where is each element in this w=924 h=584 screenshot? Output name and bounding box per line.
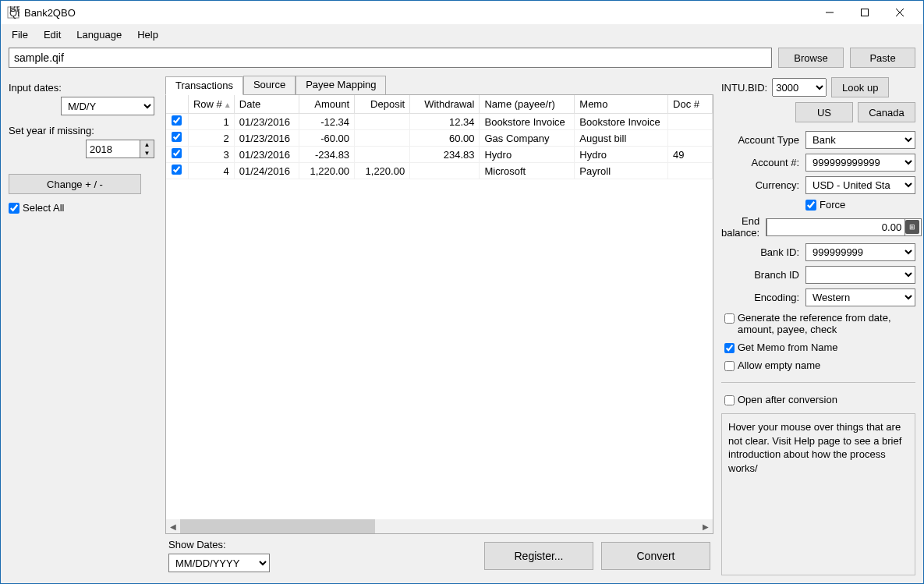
row-checkbox[interactable] (172, 132, 182, 142)
cell-date: 01/23/2016 (234, 114, 299, 130)
force-checkbox[interactable]: Force (805, 199, 845, 211)
row-checkbox[interactable] (172, 165, 182, 175)
cell-date: 01/23/2016 (234, 147, 299, 163)
intubid-label: INTU.BID: (721, 82, 767, 94)
account-num-combo[interactable]: 999999999999 (805, 154, 915, 172)
canada-button[interactable]: Canada (858, 102, 915, 122)
right-panel: INTU.BID: 3000 Look up US Canada Account… (717, 73, 923, 583)
us-button[interactable]: US (795, 102, 853, 122)
cell-row: 3 (188, 147, 234, 163)
browse-button[interactable]: Browse (778, 48, 844, 68)
horizontal-scrollbar[interactable]: ◀ ▶ (166, 519, 713, 533)
close-button[interactable] (882, 1, 917, 24)
cell-withdrawal: 12.34 (410, 114, 480, 130)
sort-asc-icon: ▲ (224, 101, 232, 109)
menu-edit[interactable]: Edit (36, 27, 69, 42)
cell-row: 4 (188, 163, 234, 179)
show-dates-label: Show Dates: (168, 539, 476, 550)
help-hint-box: Hover your mouse over things that are no… (721, 413, 915, 575)
account-num-label: Account #: (721, 157, 799, 168)
account-type-combo[interactable]: Bank (805, 131, 915, 149)
cell-withdrawal: 60.00 (410, 130, 480, 147)
table-row[interactable]: 301/23/2016-234.83234.83HydroHydro49 (166, 147, 713, 163)
register-button[interactable]: Register... (484, 542, 593, 570)
cell-doc: 49 (668, 147, 713, 163)
end-balance-label: End balance: (721, 215, 759, 239)
cell-name: Bookstore Invoice (480, 114, 575, 130)
table-row[interactable]: 101/23/2016-12.3412.34Bookstore InvoiceB… (166, 114, 713, 130)
change-sign-button[interactable]: Change + / - (9, 174, 141, 194)
bank-id-label: Bank ID: (721, 246, 799, 258)
menu-file[interactable]: File (4, 27, 36, 42)
generate-ref-checkbox[interactable]: Generate the reference from date, amount… (724, 312, 915, 335)
table-row[interactable]: 401/24/20161,220.001,220.00MicrosoftPayr… (166, 163, 713, 179)
scroll-right-icon[interactable]: ▶ (699, 519, 713, 533)
transactions-grid[interactable]: Row #▲ Date Amount Deposit Withdrawal Na… (166, 95, 713, 519)
col-name[interactable]: Name (payee/r) (480, 95, 575, 114)
row-checkbox[interactable] (172, 115, 182, 126)
app-icon: BnkQBO (7, 6, 19, 19)
file-path-input[interactable] (9, 48, 772, 68)
end-balance-input[interactable] (766, 218, 905, 236)
col-withdrawal[interactable]: Withdrawal (410, 95, 480, 114)
col-deposit[interactable]: Deposit (355, 95, 410, 114)
cell-amount: -12.34 (299, 114, 355, 130)
cell-withdrawal (410, 163, 480, 179)
table-row[interactable]: 201/23/2016-60.0060.00Gas CompanyAugust … (166, 130, 713, 147)
spin-up-icon[interactable]: ▲ (140, 140, 154, 149)
row-checkbox[interactable] (172, 148, 182, 158)
open-after-checkbox[interactable]: Open after conversion (724, 394, 915, 405)
cell-row: 2 (188, 130, 234, 147)
cell-name: Gas Company (480, 130, 575, 147)
cell-deposit: 1,220.00 (355, 163, 410, 179)
menu-help[interactable]: Help (129, 27, 166, 42)
select-all-checkbox[interactable]: Select All (9, 202, 154, 214)
cell-deposit (355, 147, 410, 163)
cell-doc (668, 130, 713, 147)
calculator-icon[interactable]: ⊞ (905, 220, 919, 234)
get-memo-checkbox[interactable]: Get Memo from Name (724, 342, 915, 353)
left-panel: Input dates: M/D/Y Set year if missing: … (1, 73, 162, 583)
cell-amount: -60.00 (299, 130, 355, 147)
intubid-combo[interactable]: 3000 (772, 78, 827, 97)
tab-payee-mapping[interactable]: Payee Mapping (296, 76, 386, 94)
convert-button[interactable]: Convert (601, 542, 710, 570)
branch-id-combo[interactable] (805, 266, 915, 284)
cell-deposit (355, 114, 410, 130)
cell-name: Microsoft (480, 163, 575, 179)
cell-doc (668, 114, 713, 130)
cell-withdrawal: 234.83 (410, 147, 480, 163)
col-doc[interactable]: Doc # (668, 95, 713, 114)
allow-empty-checkbox[interactable]: Allow empty name (724, 359, 915, 371)
svg-text:QBO: QBO (9, 7, 19, 19)
cell-memo: August bill (575, 130, 668, 147)
tab-transactions[interactable]: Transactions (165, 76, 243, 95)
currency-combo[interactable]: USD - United Sta (805, 176, 915, 194)
cell-date: 01/24/2016 (234, 163, 299, 179)
cell-deposit (355, 130, 410, 147)
col-amount[interactable]: Amount (299, 95, 355, 114)
maximize-button[interactable] (847, 1, 882, 24)
lookup-button[interactable]: Look up (831, 77, 889, 97)
encoding-combo[interactable]: Western (805, 288, 915, 306)
cell-amount: -234.83 (299, 147, 355, 163)
scroll-thumb[interactable] (180, 519, 375, 533)
bank-id-combo[interactable]: 999999999 (805, 243, 915, 261)
input-date-format-combo[interactable]: M/D/Y (61, 97, 154, 115)
col-date[interactable]: Date (234, 95, 299, 114)
col-row[interactable]: Row #▲ (188, 95, 234, 114)
cell-amount: 1,220.00 (299, 163, 355, 179)
scroll-left-icon[interactable]: ◀ (166, 519, 180, 533)
spin-down-icon[interactable]: ▼ (140, 149, 154, 158)
col-checkbox[interactable] (166, 95, 188, 114)
cell-doc (668, 163, 713, 179)
svg-rect-4 (861, 9, 868, 16)
show-dates-combo[interactable]: MM/DD/YYYY (168, 554, 270, 572)
paste-button[interactable]: Paste (850, 48, 915, 68)
col-memo[interactable]: Memo (575, 95, 668, 114)
tab-source[interactable]: Source (243, 76, 296, 94)
year-spinner[interactable]: ▲▼ (86, 140, 154, 158)
branch-id-label: Branch ID (721, 269, 799, 281)
menu-language[interactable]: Language (69, 27, 129, 42)
minimize-button[interactable] (812, 1, 847, 24)
